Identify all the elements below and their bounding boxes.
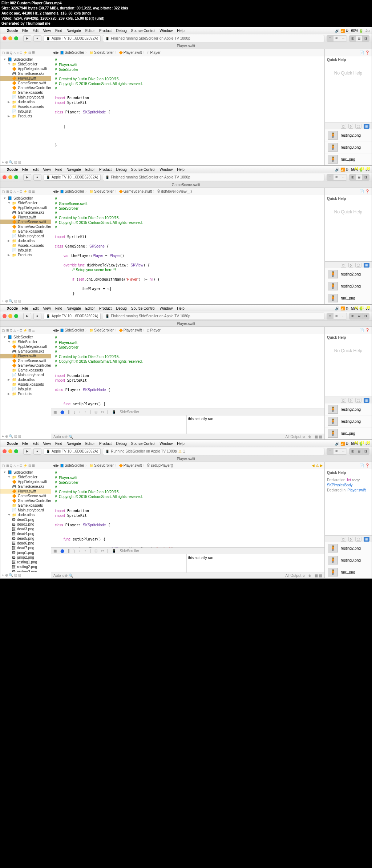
library-item[interactable]: 🧍resting2.png <box>325 268 372 280</box>
nav-root[interactable]: ▼📘 SideScroller <box>0 57 51 62</box>
menu-edit[interactable]: Edit <box>32 442 39 446</box>
menu-debug[interactable]: Debug <box>116 29 126 33</box>
zoom-button[interactable] <box>14 314 18 318</box>
menu-editor[interactable]: Editor <box>85 442 95 446</box>
navigator-selector[interactable]: ▢ ⊞ Q △ ≡ ⊡ ⚡ ⊟ ☰ <box>0 462 51 469</box>
menu-source-control[interactable]: Source Control <box>131 442 155 446</box>
panel-toggle-segment[interactable]: ◧⬓◨ <box>349 35 369 42</box>
back-button[interactable]: ◀ <box>53 463 56 467</box>
back-button[interactable]: ◀ <box>53 189 56 193</box>
nav-file[interactable]: 📄 Info.plist <box>0 387 51 391</box>
editor-mode-segment[interactable]: ☰⊞↔ <box>327 35 347 42</box>
nav-file[interactable]: 🖼 dead1.png <box>0 517 51 522</box>
menu-find[interactable]: Find <box>55 168 62 172</box>
nav-file[interactable]: 🎮 GameScene.sks <box>0 71 51 76</box>
menu-file[interactable]: File <box>22 29 28 33</box>
nav-folder[interactable]: ▶📁 dude.atlas <box>0 377 51 382</box>
menu-navigate[interactable]: Navigate <box>66 168 81 172</box>
menu-view[interactable]: View <box>43 168 51 172</box>
nav-folder[interactable]: ▼📁 SideScroller <box>0 201 51 205</box>
nav-filter[interactable]: + ⊕ 🔍 ⊡ ⊟ <box>0 433 51 439</box>
nav-file[interactable]: 🔶 AppDelegate.swift <box>0 67 51 71</box>
menu-window[interactable]: Window <box>160 168 173 172</box>
library-item[interactable]: 🧍run1.png <box>325 427 372 439</box>
jump-bar[interactable]: ◀ ▶ 📘 SideScroller〉 📁 SideScroller〉 🔶 Ga… <box>51 188 324 195</box>
menu-help[interactable]: Help <box>177 168 185 172</box>
nav-file[interactable]: 🖼 dead4.png <box>0 531 51 536</box>
menu-product[interactable]: Product <box>99 442 112 446</box>
nav-file[interactable]: 🔶 GameViewController.swift <box>0 85 51 90</box>
nav-folder[interactable]: ▶📁 dude.atlas <box>0 238 51 243</box>
menu-product[interactable]: Product <box>99 168 112 172</box>
menu-product[interactable]: Product <box>99 29 112 33</box>
navigator-selector[interactable]: ▢ ⊞ Q △ ≡ ⊡ ⚡ ⊟ ☰ <box>0 327 51 334</box>
output-filter[interactable]: All Output ≎ <box>286 435 306 439</box>
nav-folder-open[interactable]: ▼📁 dude.atlas <box>0 513 51 517</box>
library-item[interactable]: 🧍run1.png <box>325 153 372 165</box>
nav-file[interactable]: 🔶 GameScene.swift <box>0 358 51 363</box>
menu-help[interactable]: Help <box>177 442 185 446</box>
minimize-button[interactable] <box>8 314 12 318</box>
nav-file[interactable]: 📄 Info.plist <box>0 109 51 114</box>
menu-navigate[interactable]: Navigate <box>66 29 81 33</box>
scheme-selector[interactable]: 📱 Apple TV 10…6D0D62692A) <box>44 313 101 320</box>
source-editor[interactable]: // // Player.swift // SideScroller // //… <box>51 56 324 165</box>
stop-button[interactable] <box>33 448 41 455</box>
status-icons[interactable]: 🔊 📶 ⚙ <box>335 168 349 172</box>
zoom-button[interactable] <box>14 175 18 179</box>
close-button[interactable] <box>3 175 7 179</box>
menu-edit[interactable]: Edit <box>32 29 39 33</box>
battery-indicator[interactable]: 60% 🔋 <box>351 29 363 33</box>
zoom-button[interactable] <box>14 36 18 40</box>
nav-file[interactable]: 🔶 AppDelegate.swift <box>0 479 51 484</box>
warning-icon[interactable]: ◀ ⚠ ▶ <box>312 463 323 467</box>
status-icons[interactable]: 🔊 📶 ⚙ <box>335 442 349 446</box>
nav-file[interactable]: 🔶 AppDelegate.swift <box>0 205 51 210</box>
menu-window[interactable]: Window <box>160 442 173 446</box>
nav-folder[interactable]: ▼📁 SideScroller <box>0 62 51 67</box>
tab-bar[interactable]: Player.swift <box>0 43 372 49</box>
menu-debug[interactable]: Debug <box>116 442 126 446</box>
nav-root[interactable]: ▼📘 SideScroller <box>0 196 51 201</box>
library-item[interactable]: 🧍resting2.png <box>325 542 372 554</box>
inspector-selector[interactable]: 📄 ❓ <box>325 49 372 56</box>
nav-file[interactable]: 📁 Assets.xcassets <box>0 104 51 109</box>
filter-icon[interactable]: ⊕ 🔍 <box>65 574 73 578</box>
nav-file[interactable]: 🎮 GameScene.sks <box>0 210 51 215</box>
tab-bar[interactable]: Player.swift <box>0 321 372 327</box>
library-item[interactable]: 🧍resting2.png <box>325 403 372 415</box>
nav-file[interactable]: 🖼 dead5.png <box>0 536 51 541</box>
nav-file[interactable]: 📁 Assets.xcassets <box>0 243 51 248</box>
nav-file[interactable]: 📁 Game.xcassets <box>0 368 51 373</box>
menu-window[interactable]: Window <box>160 306 173 310</box>
minimize-button[interactable] <box>8 175 12 179</box>
editor-mode-segment[interactable]: ☰⊞↔ <box>327 174 347 181</box>
nav-file[interactable]: 🖼 dead3.png <box>0 527 51 531</box>
nav-file[interactable]: 🖼 jump2.png <box>0 555 51 560</box>
navigator-selector[interactable]: ▢ ⊞ Q △ ≡ ⊡ ⚡ ⊟ ☰ <box>0 49 51 56</box>
nav-file-selected[interactable]: 🔶 Player.swift <box>0 76 51 81</box>
nav-file[interactable]: 🎮 GameScene.sks <box>0 484 51 489</box>
nav-file[interactable]: 🔶 GameViewController.swift <box>0 224 51 229</box>
debug-toolbar[interactable]: ▦⬤‖⤵↓↑|⊞✂|📱 SideScroller <box>51 409 324 415</box>
nav-file[interactable]: 📁 Game.xcassets <box>0 503 51 508</box>
nav-file[interactable]: 📄 Main.storyboard <box>0 95 51 100</box>
panels-icon[interactable]: ▦ ▦ <box>315 435 322 439</box>
nav-products[interactable]: ▶📁 Products <box>0 391 51 396</box>
run-button[interactable] <box>23 35 31 42</box>
project-navigator[interactable]: ▼📘 SideScroller ▼📁 SideScroller 🔶 AppDel… <box>0 56 51 159</box>
nav-file[interactable]: 📁 Assets.xcassets <box>0 382 51 387</box>
menu-source-control[interactable]: Source Control <box>131 306 155 310</box>
filter-icon[interactable]: ⊕ 🔍 <box>65 435 73 439</box>
menu-navigate[interactable]: Navigate <box>66 442 81 446</box>
nav-folder[interactable]: ▼📁 SideScroller <box>0 475 51 479</box>
menu-xcode[interactable]: Xcode <box>7 442 18 446</box>
menu-edit[interactable]: Edit <box>32 306 39 310</box>
menu-find[interactable]: Find <box>55 306 62 310</box>
nav-file[interactable]: 🔶 Player.swift <box>0 215 51 220</box>
library-item[interactable]: 🧍resting3.png <box>325 415 372 427</box>
editor-mode-segment[interactable]: ☰⊞↔ <box>327 313 347 320</box>
project-navigator[interactable]: ▼📘 SideScroller ▼📁 SideScroller 🔶 AppDel… <box>0 195 51 298</box>
stop-button[interactable] <box>33 313 41 320</box>
library-selector[interactable]: ◻{}◯▦ <box>325 262 372 268</box>
